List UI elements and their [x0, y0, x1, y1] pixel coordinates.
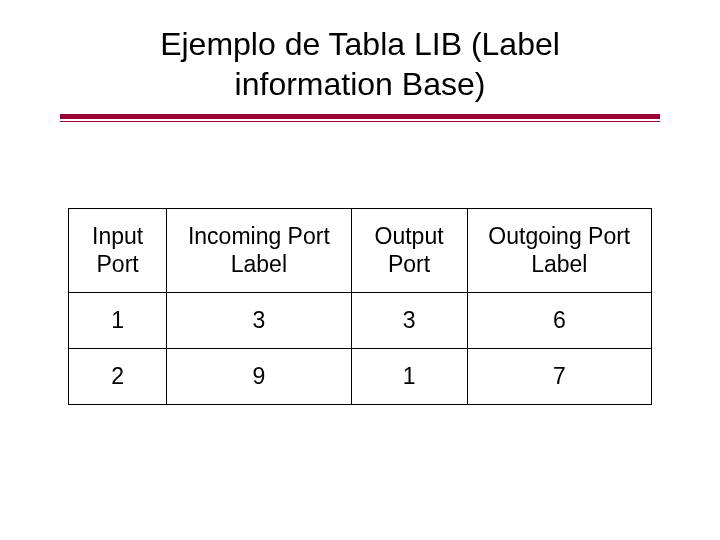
table-row: 2 9 1 7 — [69, 349, 652, 405]
col-output-port: Output Port — [351, 209, 467, 293]
cell-output-port: 3 — [351, 293, 467, 349]
title-divider — [60, 114, 660, 122]
cell-outgoing-port-label: 6 — [467, 293, 651, 349]
col-outgoing-port-label: Outgoing Port Label — [467, 209, 651, 293]
cell-input-port: 1 — [69, 293, 167, 349]
lib-table: Input Port Incoming Port Label Output Po… — [68, 208, 652, 405]
cell-output-port: 1 — [351, 349, 467, 405]
table-header-row: Input Port Incoming Port Label Output Po… — [69, 209, 652, 293]
divider-thick — [60, 114, 660, 119]
col-input-port: Input Port — [69, 209, 167, 293]
slide: Ejemplo de Tabla LIB (Label information … — [0, 0, 720, 540]
cell-incoming-port-label: 9 — [167, 349, 351, 405]
divider-thin — [60, 121, 660, 122]
table-row: 1 3 3 6 — [69, 293, 652, 349]
cell-input-port: 2 — [69, 349, 167, 405]
col-incoming-port-label: Incoming Port Label — [167, 209, 351, 293]
lib-table-container: Input Port Incoming Port Label Output Po… — [68, 208, 652, 405]
cell-outgoing-port-label: 7 — [467, 349, 651, 405]
cell-incoming-port-label: 3 — [167, 293, 351, 349]
slide-title: Ejemplo de Tabla LIB (Label information … — [80, 24, 640, 104]
